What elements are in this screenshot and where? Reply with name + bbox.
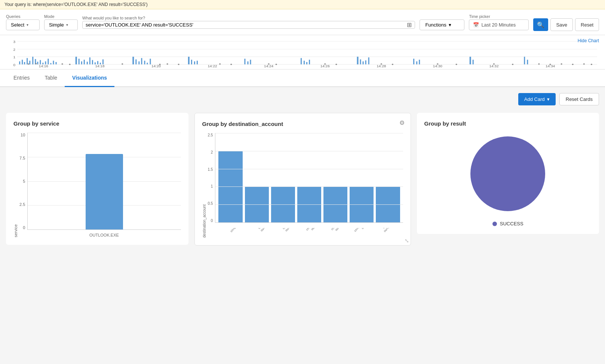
search-input[interactable] [86, 22, 404, 28]
charts-row: Group by service service 10 7.5 5 2.5 0 [6, 113, 599, 246]
svg-text:14:32: 14:32 [489, 64, 498, 68]
tabs-bar: Entries Table Visualizations [0, 70, 605, 87]
functions-button[interactable]: Functions ▾ [420, 19, 464, 30]
svg-point-71 [178, 64, 179, 65]
svg-rect-47 [250, 60, 251, 64]
svg-rect-29 [92, 60, 93, 65]
service-bar-outlook [86, 154, 123, 229]
svg-text:14:26: 14:26 [320, 64, 330, 68]
destination-y-axis-label: destination_account [202, 133, 206, 238]
resize-handle-icon[interactable]: ⤡ [405, 238, 409, 244]
svg-rect-62 [524, 57, 525, 64]
search-format-icon[interactable]: ⊞ [407, 21, 412, 28]
svg-text:14:20: 14:20 [151, 64, 161, 68]
timeline-chart-area: Hide Chart 3 2 1 0 [0, 35, 605, 70]
svg-rect-15 [37, 62, 38, 64]
tab-visualizations[interactable]: Visualizations [65, 70, 114, 87]
service-bars-area: OUTLOOK.EXE [27, 133, 181, 237]
mode-select[interactable]: Simple ▾ [44, 19, 78, 30]
svg-text:14:30: 14:30 [433, 64, 442, 68]
tab-entries[interactable]: Entries [6, 70, 37, 87]
svg-rect-48 [301, 58, 302, 64]
svg-text:14:16: 14:16 [39, 64, 48, 68]
svg-rect-9 [22, 60, 23, 64]
dest-x-label-2: cn=tylerb ou=sup... [254, 228, 274, 236]
query-info-bar: Your query is: where(service='OUTLOOK.EX… [0, 0, 605, 9]
svg-point-81 [456, 64, 457, 65]
group-by-destination-title: Group by destination_account [202, 121, 403, 127]
svg-point-68 [122, 64, 123, 65]
destination-chart: destination_account 2.5 2 1.5 1 0.5 0 [202, 133, 403, 238]
destination-bars-area: cn=dunnes ou... cn=tylerb ou=sup... cn=q… [215, 133, 403, 238]
svg-text:0: 0 [13, 63, 16, 67]
svg-rect-63 [527, 60, 528, 64]
service-y-axis-label: service [13, 133, 18, 237]
svg-point-64 [28, 64, 29, 65]
service-chart: service 10 7.5 5 2.5 0 [13, 133, 181, 237]
reset-button[interactable]: Reset [575, 18, 599, 31]
destination-y-axis: 2.5 2 1.5 1 0.5 0 [208, 133, 215, 223]
queries-select[interactable]: Select ▾ [6, 19, 40, 30]
group-by-service-card: Group by service service 10 7.5 5 2.5 0 [6, 113, 188, 245]
svg-text:14:24: 14:24 [264, 64, 273, 68]
svg-rect-51 [309, 60, 310, 64]
reset-cards-button[interactable]: Reset Cards [559, 93, 599, 105]
svg-rect-8 [19, 61, 20, 64]
chevron-down-icon-functions: ▾ [449, 22, 451, 28]
query-info-label: Your query is: [4, 2, 32, 7]
functions-label: Functions [425, 22, 446, 28]
svg-text:3: 3 [13, 40, 16, 44]
svg-point-100 [470, 136, 545, 211]
svg-rect-37 [141, 58, 142, 64]
chevron-down-icon-mode: ▾ [66, 23, 68, 27]
svg-rect-34 [132, 57, 134, 64]
svg-rect-24 [79, 59, 80, 64]
svg-rect-43 [194, 61, 195, 64]
group-by-result-card: Group by result SUCCESS [417, 113, 599, 234]
group-by-destination-card: Group by destination_account ⚙ destinati… [194, 113, 411, 246]
svg-text:14:28: 14:28 [377, 64, 386, 68]
legend-label-success: SUCCESS [500, 221, 523, 226]
search-group: What would you like to search for? ⊞ [82, 16, 415, 29]
svg-point-77 [335, 64, 337, 65]
svg-point-89 [591, 64, 592, 65]
mode-label: Mode [44, 14, 78, 19]
timeline-chart: 3 2 1 0 [6, 38, 599, 68]
svg-rect-26 [84, 60, 85, 64]
svg-rect-19 [47, 59, 49, 64]
calendar-icon: 📅 [473, 22, 479, 28]
save-button[interactable]: Save [550, 18, 573, 31]
time-picker-label: Time picker [469, 14, 529, 19]
svg-point-65 [35, 63, 37, 65]
viz-toolbar: Add Card ▾ Reset Cards [6, 93, 599, 105]
dest-x-label-1: cn=dunnes ou... [229, 228, 250, 236]
run-search-button[interactable]: 🔍 [533, 18, 548, 31]
svg-point-88 [583, 64, 585, 65]
svg-rect-33 [102, 59, 104, 64]
gear-icon[interactable]: ⚙ [399, 119, 405, 126]
svg-point-86 [561, 64, 562, 65]
queries-label: Queries [6, 14, 40, 19]
svg-rect-28 [89, 58, 90, 65]
svg-rect-57 [413, 59, 414, 64]
add-card-button[interactable]: Add Card ▾ [518, 93, 556, 105]
svg-rect-21 [53, 61, 54, 64]
svg-rect-27 [87, 62, 88, 64]
svg-text:1: 1 [13, 55, 16, 59]
time-picker[interactable]: 📅 Last 20 Minutes [469, 19, 529, 30]
query-info-value: where(service='OUTLOOK.EXE' AND result='… [33, 2, 148, 7]
legend-dot-success [492, 222, 497, 226]
svg-rect-23 [76, 57, 77, 64]
pie-legend: SUCCESS [492, 221, 523, 226]
tab-table[interactable]: Table [37, 70, 65, 87]
svg-rect-59 [419, 60, 420, 64]
svg-rect-46 [247, 61, 248, 64]
hide-chart-link[interactable]: Hide Chart [578, 38, 599, 43]
svg-rect-40 [150, 59, 151, 64]
dest-x-label-3: cn=quinnt ou=sup... [279, 228, 299, 236]
svg-point-70 [167, 64, 168, 65]
svg-point-75 [276, 64, 277, 65]
svg-rect-41 [188, 57, 190, 64]
svg-point-73 [230, 64, 232, 65]
functions-spacer [420, 14, 464, 19]
